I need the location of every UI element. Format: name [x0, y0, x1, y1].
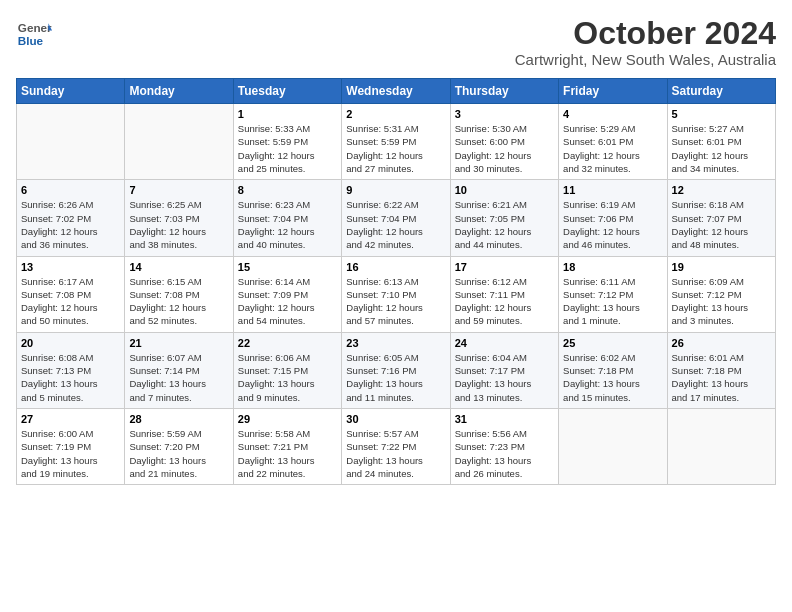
- day-info: Sunrise: 6:12 AM Sunset: 7:11 PM Dayligh…: [455, 275, 554, 328]
- day-cell: 16Sunrise: 6:13 AM Sunset: 7:10 PM Dayli…: [342, 256, 450, 332]
- day-cell: 2Sunrise: 5:31 AM Sunset: 5:59 PM Daylig…: [342, 104, 450, 180]
- week-row-3: 13Sunrise: 6:17 AM Sunset: 7:08 PM Dayli…: [17, 256, 776, 332]
- day-cell: 14Sunrise: 6:15 AM Sunset: 7:08 PM Dayli…: [125, 256, 233, 332]
- day-info: Sunrise: 6:21 AM Sunset: 7:05 PM Dayligh…: [455, 198, 554, 251]
- header-friday: Friday: [559, 79, 667, 104]
- day-number: 22: [238, 337, 337, 349]
- day-info: Sunrise: 5:58 AM Sunset: 7:21 PM Dayligh…: [238, 427, 337, 480]
- day-number: 8: [238, 184, 337, 196]
- day-cell: 10Sunrise: 6:21 AM Sunset: 7:05 PM Dayli…: [450, 180, 558, 256]
- week-row-1: 1Sunrise: 5:33 AM Sunset: 5:59 PM Daylig…: [17, 104, 776, 180]
- day-number: 21: [129, 337, 228, 349]
- day-cell: [17, 104, 125, 180]
- day-number: 16: [346, 261, 445, 273]
- day-info: Sunrise: 6:17 AM Sunset: 7:08 PM Dayligh…: [21, 275, 120, 328]
- day-cell: [559, 408, 667, 484]
- day-cell: 25Sunrise: 6:02 AM Sunset: 7:18 PM Dayli…: [559, 332, 667, 408]
- day-cell: 17Sunrise: 6:12 AM Sunset: 7:11 PM Dayli…: [450, 256, 558, 332]
- title-block: October 2024 Cartwright, New South Wales…: [515, 16, 776, 68]
- day-cell: 27Sunrise: 6:00 AM Sunset: 7:19 PM Dayli…: [17, 408, 125, 484]
- day-cell: 6Sunrise: 6:26 AM Sunset: 7:02 PM Daylig…: [17, 180, 125, 256]
- day-info: Sunrise: 6:07 AM Sunset: 7:14 PM Dayligh…: [129, 351, 228, 404]
- day-info: Sunrise: 5:33 AM Sunset: 5:59 PM Dayligh…: [238, 122, 337, 175]
- day-info: Sunrise: 6:19 AM Sunset: 7:06 PM Dayligh…: [563, 198, 662, 251]
- day-cell: 26Sunrise: 6:01 AM Sunset: 7:18 PM Dayli…: [667, 332, 775, 408]
- day-cell: 31Sunrise: 5:56 AM Sunset: 7:23 PM Dayli…: [450, 408, 558, 484]
- day-cell: 4Sunrise: 5:29 AM Sunset: 6:01 PM Daylig…: [559, 104, 667, 180]
- day-cell: 30Sunrise: 5:57 AM Sunset: 7:22 PM Dayli…: [342, 408, 450, 484]
- day-cell: 24Sunrise: 6:04 AM Sunset: 7:17 PM Dayli…: [450, 332, 558, 408]
- week-row-2: 6Sunrise: 6:26 AM Sunset: 7:02 PM Daylig…: [17, 180, 776, 256]
- day-number: 27: [21, 413, 120, 425]
- day-cell: 7Sunrise: 6:25 AM Sunset: 7:03 PM Daylig…: [125, 180, 233, 256]
- day-number: 23: [346, 337, 445, 349]
- day-info: Sunrise: 5:27 AM Sunset: 6:01 PM Dayligh…: [672, 122, 771, 175]
- day-cell: 8Sunrise: 6:23 AM Sunset: 7:04 PM Daylig…: [233, 180, 341, 256]
- day-info: Sunrise: 6:08 AM Sunset: 7:13 PM Dayligh…: [21, 351, 120, 404]
- day-cell: 22Sunrise: 6:06 AM Sunset: 7:15 PM Dayli…: [233, 332, 341, 408]
- header-thursday: Thursday: [450, 79, 558, 104]
- day-number: 17: [455, 261, 554, 273]
- day-cell: 9Sunrise: 6:22 AM Sunset: 7:04 PM Daylig…: [342, 180, 450, 256]
- day-cell: 18Sunrise: 6:11 AM Sunset: 7:12 PM Dayli…: [559, 256, 667, 332]
- day-number: 28: [129, 413, 228, 425]
- day-number: 2: [346, 108, 445, 120]
- page-header: General Blue October 2024 Cartwright, Ne…: [16, 16, 776, 68]
- svg-text:Blue: Blue: [18, 34, 44, 47]
- day-number: 5: [672, 108, 771, 120]
- day-info: Sunrise: 6:18 AM Sunset: 7:07 PM Dayligh…: [672, 198, 771, 251]
- header-saturday: Saturday: [667, 79, 775, 104]
- day-number: 29: [238, 413, 337, 425]
- day-info: Sunrise: 6:25 AM Sunset: 7:03 PM Dayligh…: [129, 198, 228, 251]
- day-cell: 13Sunrise: 6:17 AM Sunset: 7:08 PM Dayli…: [17, 256, 125, 332]
- day-info: Sunrise: 6:06 AM Sunset: 7:15 PM Dayligh…: [238, 351, 337, 404]
- day-cell: 28Sunrise: 5:59 AM Sunset: 7:20 PM Dayli…: [125, 408, 233, 484]
- day-number: 26: [672, 337, 771, 349]
- day-number: 31: [455, 413, 554, 425]
- day-info: Sunrise: 5:59 AM Sunset: 7:20 PM Dayligh…: [129, 427, 228, 480]
- day-number: 30: [346, 413, 445, 425]
- week-row-5: 27Sunrise: 6:00 AM Sunset: 7:19 PM Dayli…: [17, 408, 776, 484]
- header-sunday: Sunday: [17, 79, 125, 104]
- day-info: Sunrise: 6:13 AM Sunset: 7:10 PM Dayligh…: [346, 275, 445, 328]
- day-cell: 3Sunrise: 5:30 AM Sunset: 6:00 PM Daylig…: [450, 104, 558, 180]
- day-number: 4: [563, 108, 662, 120]
- day-cell: 21Sunrise: 6:07 AM Sunset: 7:14 PM Dayli…: [125, 332, 233, 408]
- day-info: Sunrise: 5:57 AM Sunset: 7:22 PM Dayligh…: [346, 427, 445, 480]
- day-info: Sunrise: 6:01 AM Sunset: 7:18 PM Dayligh…: [672, 351, 771, 404]
- location-subtitle: Cartwright, New South Wales, Australia: [515, 51, 776, 68]
- day-info: Sunrise: 6:09 AM Sunset: 7:12 PM Dayligh…: [672, 275, 771, 328]
- day-info: Sunrise: 6:11 AM Sunset: 7:12 PM Dayligh…: [563, 275, 662, 328]
- day-cell: 1Sunrise: 5:33 AM Sunset: 5:59 PM Daylig…: [233, 104, 341, 180]
- day-info: Sunrise: 6:00 AM Sunset: 7:19 PM Dayligh…: [21, 427, 120, 480]
- day-info: Sunrise: 6:15 AM Sunset: 7:08 PM Dayligh…: [129, 275, 228, 328]
- day-cell: [667, 408, 775, 484]
- day-number: 19: [672, 261, 771, 273]
- day-cell: 15Sunrise: 6:14 AM Sunset: 7:09 PM Dayli…: [233, 256, 341, 332]
- header-tuesday: Tuesday: [233, 79, 341, 104]
- day-number: 14: [129, 261, 228, 273]
- day-info: Sunrise: 6:26 AM Sunset: 7:02 PM Dayligh…: [21, 198, 120, 251]
- day-info: Sunrise: 6:23 AM Sunset: 7:04 PM Dayligh…: [238, 198, 337, 251]
- header-row: SundayMondayTuesdayWednesdayThursdayFrid…: [17, 79, 776, 104]
- week-row-4: 20Sunrise: 6:08 AM Sunset: 7:13 PM Dayli…: [17, 332, 776, 408]
- day-info: Sunrise: 5:30 AM Sunset: 6:00 PM Dayligh…: [455, 122, 554, 175]
- day-info: Sunrise: 5:31 AM Sunset: 5:59 PM Dayligh…: [346, 122, 445, 175]
- calendar-table: SundayMondayTuesdayWednesdayThursdayFrid…: [16, 78, 776, 485]
- day-info: Sunrise: 6:22 AM Sunset: 7:04 PM Dayligh…: [346, 198, 445, 251]
- day-cell: 11Sunrise: 6:19 AM Sunset: 7:06 PM Dayli…: [559, 180, 667, 256]
- day-number: 25: [563, 337, 662, 349]
- day-number: 20: [21, 337, 120, 349]
- day-number: 11: [563, 184, 662, 196]
- day-number: 1: [238, 108, 337, 120]
- header-wednesday: Wednesday: [342, 79, 450, 104]
- day-number: 13: [21, 261, 120, 273]
- day-number: 15: [238, 261, 337, 273]
- day-info: Sunrise: 5:56 AM Sunset: 7:23 PM Dayligh…: [455, 427, 554, 480]
- day-number: 12: [672, 184, 771, 196]
- day-number: 10: [455, 184, 554, 196]
- logo-icon: General Blue: [16, 16, 52, 52]
- day-number: 6: [21, 184, 120, 196]
- day-number: 7: [129, 184, 228, 196]
- month-title: October 2024: [515, 16, 776, 51]
